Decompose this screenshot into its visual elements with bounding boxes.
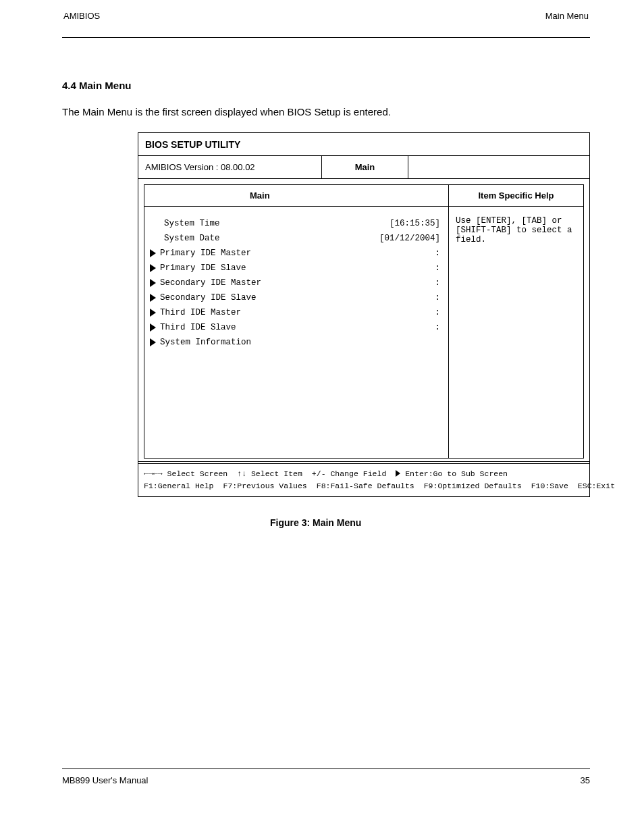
menu-item: Secondary IDE Master: — [150, 276, 440, 290]
submenu-arrow-icon — [150, 323, 156, 332]
page-footer: MB899 User's Manual 35 — [62, 775, 590, 785]
header-left: AMIBIOS — [62, 11, 100, 21]
nav-hint: +/- Change Field — [312, 468, 386, 480]
menu-item: Primary IDE Master: — [150, 246, 440, 261]
submenu-arrow-icon — [150, 279, 156, 287]
submenu-arrow-icon — [150, 294, 156, 302]
menu-item-label: System Date — [164, 234, 220, 243]
bios-menu-list: System Time[16:15:35]System Date[01/12/2… — [144, 207, 448, 350]
menu-item-label: System Information — [160, 338, 251, 347]
menu-item-label: Secondary IDE Slave — [160, 293, 257, 303]
bottom-horizontal-rule — [62, 768, 590, 769]
menu-item-value: [01/12/2004] — [379, 234, 440, 243]
nav-hint: ←→←→ Select Screen — [144, 468, 227, 480]
bios-body: Main System Time[16:15:35]System Date[01… — [138, 179, 589, 462]
bios-main-panel: Main System Time[16:15:35]System Date[01… — [144, 184, 449, 459]
submenu-arrow-icon — [150, 264, 156, 272]
menu-item-label: Primary IDE Slave — [160, 263, 246, 273]
nav-hint: ↑↓ Select Item — [237, 468, 302, 480]
nav-hint: Enter:Go to Sub Screen — [396, 468, 508, 480]
header-right: Main Menu — [545, 11, 590, 21]
bios-nav-row: ←→←→ Select Screen↑↓ Select Item+/- Chan… — [138, 464, 589, 496]
help-panel-body: Use [ENTER], [TAB] or [SHIFT-TAB] to sel… — [449, 207, 583, 244]
menu-item-value: : — [435, 293, 440, 303]
bios-utility-title: BIOS SETUP UTILITY — [138, 133, 589, 156]
top-horizontal-rule — [62, 37, 590, 38]
help-panel-heading: Item Specific Help — [449, 185, 583, 207]
nav-hint: F7:Previous Values — [223, 480, 307, 492]
menu-item-label: Third IDE Master — [160, 308, 241, 317]
bios-version-right — [408, 156, 589, 178]
menu-item-value: : — [435, 308, 440, 317]
menu-item-value: : — [435, 263, 440, 273]
submenu-arrow-icon — [150, 338, 156, 346]
menu-item-label: Third IDE Slave — [160, 323, 236, 332]
page-header: AMIBIOS Main Menu — [62, 11, 590, 21]
menu-item-value: : — [435, 249, 440, 258]
submenu-arrow-icon — [150, 309, 156, 317]
nav-hint: ESC:Exit — [578, 480, 615, 492]
nav-arrow-icon — [396, 470, 400, 477]
bios-version-row: AMIBIOS Version : 08.00.02 Main — [138, 156, 589, 179]
main-panel-heading: Main — [144, 185, 448, 207]
nav-line-2: F1:General HelpF7:Previous ValuesF8:Fail… — [144, 480, 584, 492]
menu-item: System Information — [150, 335, 440, 350]
nav-hint: F1:General Help — [144, 480, 214, 492]
section-title: 4.4 Main Menu — [62, 80, 590, 91]
menu-item-label: Primary IDE Master — [160, 249, 251, 258]
menu-item-value: : — [435, 323, 440, 332]
menu-item-value: [16:15:35] — [390, 219, 440, 228]
bios-help-panel: Item Specific Help Use [ENTER], [TAB] or… — [449, 184, 584, 459]
footer-page-number: 35 — [581, 775, 590, 785]
menu-item-label: System Time — [164, 219, 220, 228]
nav-line-1: ←→←→ Select Screen↑↓ Select Item+/- Chan… — [144, 468, 584, 480]
menu-item-value: : — [435, 278, 440, 288]
bios-tab-main: Main — [322, 156, 408, 178]
menu-item: System Time[16:15:35] — [150, 216, 440, 231]
menu-item: Third IDE Master: — [150, 305, 440, 320]
bios-version-text: AMIBIOS Version : 08.00.02 — [138, 156, 322, 178]
menu-item: Primary IDE Slave: — [150, 261, 440, 276]
footer-left: MB899 User's Manual — [62, 775, 148, 785]
submenu-arrow-icon — [150, 249, 156, 257]
menu-item: Third IDE Slave: — [150, 320, 440, 335]
menu-item: System Date[01/12/2004] — [150, 231, 440, 246]
figure-caption: Figure 3: Main Menu — [138, 517, 590, 528]
menu-item: Secondary IDE Slave: — [150, 290, 440, 305]
section-description: The Main Menu is the first screen displa… — [62, 106, 590, 118]
bios-figure: BIOS SETUP UTILITY AMIBIOS Version : 08.… — [138, 132, 590, 497]
menu-item-label: Secondary IDE Master — [160, 278, 261, 288]
nav-hint: F8:Fail-Safe Defaults — [317, 480, 414, 492]
nav-hint: F10:Save — [531, 480, 568, 492]
nav-hint: F9:Optimized Defaults — [424, 480, 522, 492]
